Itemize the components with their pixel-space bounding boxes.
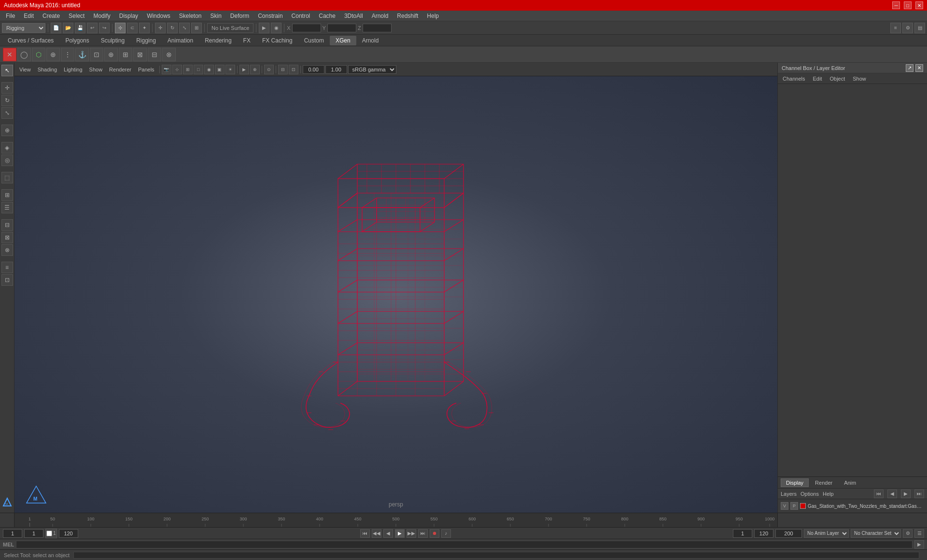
range-end-input[interactable] (775, 529, 802, 538)
cb-tab-channels[interactable]: Channels (780, 75, 808, 83)
ipr-btn[interactable]: ◉ (271, 23, 281, 33)
minimize-button[interactable]: ─ (892, 1, 900, 9)
vp-light-btn[interactable]: ☀ (225, 65, 235, 74)
mode-selector[interactable]: Rigging Modeling Rigging Animation Rende… (2, 23, 45, 33)
go-to-end-btn[interactable]: ⏭ (418, 529, 428, 538)
tab-polygons[interactable]: Polygons (59, 36, 95, 45)
shelf-icon-11[interactable]: ⊟ (148, 48, 161, 61)
set-project[interactable]: ⊞ (1, 189, 13, 201)
start-frame-input[interactable] (3, 529, 22, 538)
select-tool[interactable]: ↖ (1, 65, 13, 76)
vp-smooth-btn[interactable]: ◉ (204, 65, 214, 74)
vp-select-btn[interactable]: ⊹ (172, 65, 182, 74)
cb-tab-edit[interactable]: Edit (810, 75, 825, 83)
menu-arnold[interactable]: Arnold (368, 12, 393, 20)
vp-snapshot-btn[interactable]: ⊕ (250, 65, 260, 74)
render-region[interactable]: ⬚ (1, 172, 13, 183)
tab-rigging[interactable]: Rigging (130, 36, 162, 45)
paint-sel-btn[interactable]: ✦ (139, 23, 150, 33)
attr-editor-btn[interactable]: ≡ (890, 23, 901, 33)
tab-xgen[interactable]: XGen (330, 36, 356, 45)
new-scene-btn[interactable]: 📄 (51, 23, 61, 33)
anim-options-btn[interactable]: ☰ (914, 529, 924, 538)
universal-btn[interactable]: ⊞ (191, 23, 202, 33)
go-to-start-btn[interactable]: ⏮ (360, 529, 370, 538)
play-start-input[interactable] (733, 529, 752, 538)
x-input[interactable] (292, 24, 321, 32)
play-forward2-btn[interactable]: ▶▶ (407, 529, 416, 538)
timeline-track[interactable]: 1 50 100 150 200 250 300 350 400 450 (14, 513, 777, 527)
menu-deform[interactable]: Deform (226, 12, 253, 20)
tab-arnold[interactable]: Arnold (356, 36, 385, 45)
tool-settings-btn[interactable]: ⚙ (902, 23, 913, 33)
layer-visibility-btn[interactable]: V (781, 502, 788, 510)
vp-value1-input[interactable] (303, 65, 324, 74)
mel-input[interactable] (16, 541, 913, 548)
char-set-options-btn[interactable]: ⚙ (903, 529, 913, 538)
vp-menu-renderer[interactable]: Renderer (106, 66, 134, 73)
menu-edit[interactable]: Edit (20, 12, 38, 20)
channel-box-btn[interactable]: ▤ (914, 23, 925, 33)
display-layers[interactable]: ☰ (1, 202, 13, 213)
dr-tab-display[interactable]: Display (781, 478, 809, 487)
move-btn[interactable]: ✛ (155, 23, 166, 33)
shelf-icon-5[interactable]: ⋮ (61, 48, 74, 61)
save-btn[interactable]: 💾 (75, 23, 85, 33)
cb-tab-object[interactable]: Object (827, 75, 848, 83)
tab-custom[interactable]: Custom (298, 36, 330, 45)
vp-texture-btn[interactable]: ▣ (215, 65, 225, 74)
rotate-tool[interactable]: ↻ (1, 95, 13, 106)
layer-prev[interactable]: ◀ (887, 490, 897, 498)
menu-modify[interactable]: Modify (89, 12, 114, 20)
layer-skip-start[interactable]: ⏮ (874, 490, 884, 498)
vp-gamma-select[interactable]: sRGB gamma Linear (348, 65, 396, 74)
play-end-input[interactable] (754, 529, 773, 538)
anim-layer-select[interactable]: No Anim Layer (804, 529, 849, 538)
menu-3dtool[interactable]: 3DtoAll (340, 12, 367, 20)
vp-value2-input[interactable] (325, 65, 347, 74)
shelf-icon-4[interactable]: ⊕ (46, 48, 60, 61)
tab-curves-surfaces[interactable]: Curves / Surfaces (2, 36, 59, 45)
menu-skin[interactable]: Skin (207, 12, 225, 20)
shelf-icon-6[interactable]: ⚓ (75, 48, 89, 61)
auto-key-btn[interactable]: ⏺ (430, 529, 439, 538)
vp-anim-btn[interactable]: ⊡ (289, 65, 298, 74)
snap-tool[interactable]: ⊕ (1, 125, 13, 136)
shelf-icon-7[interactable]: ⊡ (90, 48, 103, 61)
layer-next[interactable]: ▶ (901, 490, 911, 498)
channel-control[interactable]: ≡ (1, 262, 13, 273)
play-forward-btn[interactable]: ▶ (395, 529, 405, 538)
shelf-icon-2[interactable]: ◯ (17, 48, 31, 61)
channel-box-close-btn[interactable]: ✕ (915, 64, 923, 72)
move-tool[interactable]: ✛ (1, 82, 13, 94)
menu-redshift[interactable]: Redshift (393, 12, 422, 20)
menu-select[interactable]: Select (65, 12, 88, 20)
vp-wireframe-btn[interactable]: □ (194, 65, 203, 74)
vp-menu-show[interactable]: Show (86, 66, 106, 73)
open-btn[interactable]: 📂 (63, 23, 73, 33)
connection-editor[interactable]: ⊠ (1, 232, 13, 243)
menu-cache[interactable]: Cache (315, 12, 339, 20)
rotate-btn[interactable]: ↻ (167, 23, 178, 33)
lasso-btn[interactable]: ⊂ (127, 23, 138, 33)
current-frame-input[interactable] (24, 529, 43, 538)
tab-animation[interactable]: Animation (162, 36, 199, 45)
play-back-btn[interactable]: ◀ (383, 529, 393, 538)
shelf-icon-3[interactable]: ⬡ (32, 48, 45, 61)
vp-render-btn[interactable]: ▶ (239, 65, 249, 74)
help-menu[interactable]: Help (823, 491, 834, 497)
vp-grid-btn[interactable]: ⊞ (183, 65, 193, 74)
layer-skip-end[interactable]: ⏭ (914, 490, 924, 498)
char-set-select[interactable]: No Character Set (851, 529, 901, 538)
vp-isolate-btn[interactable]: ⊙ (264, 65, 274, 74)
dr-tab-render[interactable]: Render (810, 478, 838, 487)
vp-menu-panels[interactable]: Panels (135, 66, 157, 73)
3d-viewport[interactable]: persp M (14, 76, 777, 513)
cb-tab-show[interactable]: Show (850, 75, 869, 83)
vp-camera-btn[interactable]: 📷 (162, 65, 171, 74)
menu-control[interactable]: Control (288, 12, 314, 20)
menu-windows[interactable]: Windows (143, 12, 174, 20)
vp-res-btn[interactable]: ⊟ (278, 65, 288, 74)
attribute-spread[interactable]: ⊡ (1, 274, 13, 286)
channel-box-float-btn[interactable]: ↗ (906, 64, 913, 72)
